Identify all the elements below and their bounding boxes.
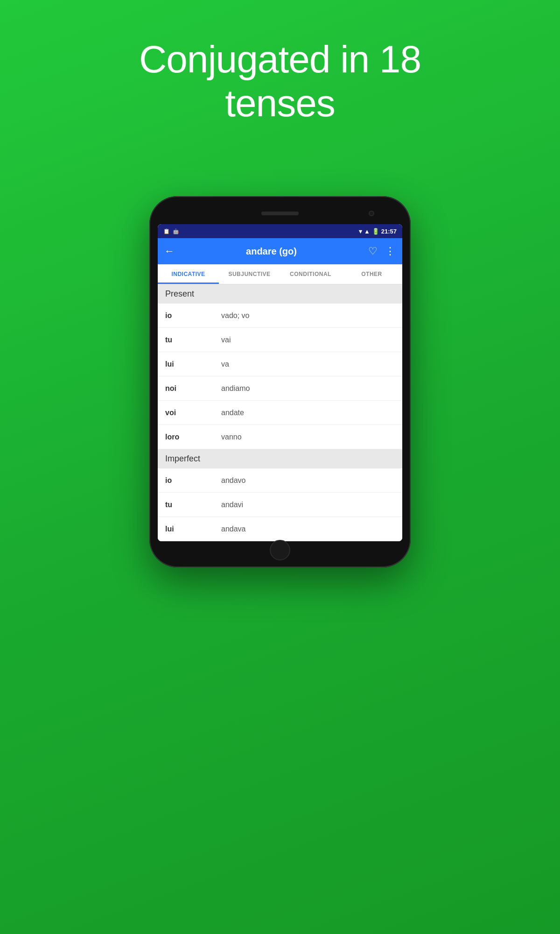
wifi-icon: ▾ bbox=[359, 228, 362, 235]
notification-icon-2: 🤖 bbox=[173, 228, 179, 234]
table-row: noi andiamo bbox=[158, 376, 402, 401]
section-imperfect: Imperfect bbox=[158, 449, 402, 468]
table-row: io andavo bbox=[158, 468, 402, 493]
table-row: tu vai bbox=[158, 328, 402, 352]
table-row: voi andate bbox=[158, 401, 402, 425]
status-icons-left: 📋 🤖 bbox=[163, 228, 179, 234]
headline-text2: tenses bbox=[225, 82, 335, 124]
tabs-bar: INDICATIVE SUBJUNCTIVE CONDITIONAL OTHER bbox=[158, 264, 402, 284]
status-icons-right: ▾ ▲ 🔋 21:57 bbox=[359, 228, 397, 235]
headline: Conjugated in 18 tenses bbox=[0, 0, 560, 126]
section-present: Present bbox=[158, 284, 402, 304]
table-row: tu andavi bbox=[158, 493, 402, 517]
notification-icon-1: 📋 bbox=[163, 228, 170, 234]
headline-text: Conjugated in 18 bbox=[139, 38, 421, 80]
more-button[interactable]: ⋮ bbox=[385, 245, 396, 257]
app-bar-title: andare (go) bbox=[175, 246, 368, 257]
battery-icon: 🔋 bbox=[372, 228, 379, 235]
tab-indicative[interactable]: INDICATIVE bbox=[158, 264, 219, 284]
app-bar: ← andare (go) ♡ ⋮ bbox=[158, 238, 402, 264]
phone-mockup: 📋 🤖 ▾ ▲ 🔋 21:57 ← andare (go) ♡ ⋮ bbox=[149, 196, 411, 567]
favorite-button[interactable]: ♡ bbox=[368, 245, 378, 257]
phone-body: 📋 🤖 ▾ ▲ 🔋 21:57 ← andare (go) ♡ ⋮ bbox=[149, 196, 411, 567]
table-row: loro vanno bbox=[158, 425, 402, 449]
tab-conditional[interactable]: CONDITIONAL bbox=[280, 264, 341, 284]
tab-subjunctive[interactable]: SUBJUNCTIVE bbox=[219, 264, 280, 284]
phone-bottom-bar bbox=[158, 541, 402, 559]
phone-camera bbox=[369, 211, 374, 216]
table-row: lui andava bbox=[158, 517, 402, 541]
signal-icon: ▲ bbox=[364, 228, 370, 235]
conjugation-table: Present io vado; vo tu vai lui va noi an… bbox=[158, 284, 402, 541]
app-bar-actions: ♡ ⋮ bbox=[368, 245, 396, 257]
back-button[interactable]: ← bbox=[164, 245, 175, 257]
phone-top-bar bbox=[158, 205, 402, 222]
tab-other[interactable]: OTHER bbox=[341, 264, 402, 284]
status-time: 21:57 bbox=[381, 228, 397, 235]
table-row: lui va bbox=[158, 352, 402, 376]
table-row: io vado; vo bbox=[158, 304, 402, 328]
status-bar: 📋 🤖 ▾ ▲ 🔋 21:57 bbox=[158, 224, 402, 238]
home-button[interactable] bbox=[270, 540, 290, 560]
phone-screen: 📋 🤖 ▾ ▲ 🔋 21:57 ← andare (go) ♡ ⋮ bbox=[158, 224, 402, 541]
phone-speaker bbox=[261, 212, 299, 215]
